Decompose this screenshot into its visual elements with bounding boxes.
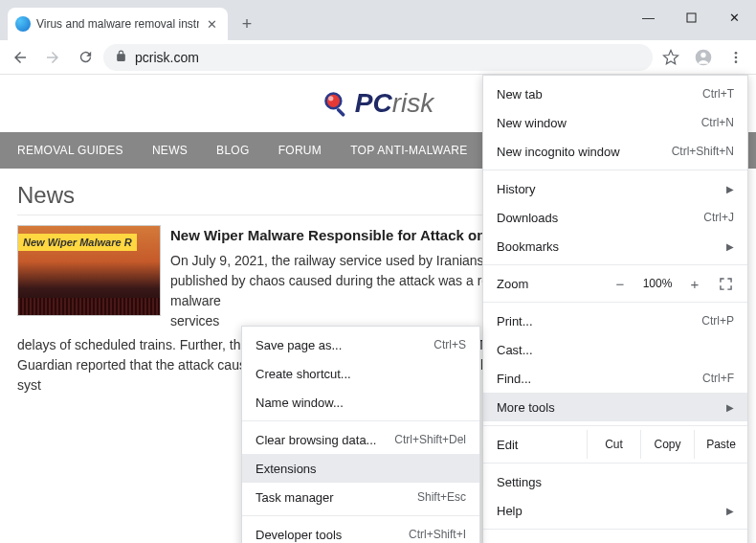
chevron-right-icon: ▶ <box>726 506 734 516</box>
address-bar[interactable]: pcrisk.com <box>103 44 653 71</box>
menu-more-tools[interactable]: More tools▶ <box>483 393 747 421</box>
titlebar: Virus and malware removal instru ✕ + — ✕ <box>0 0 756 40</box>
menu-zoom: Zoom − 100% + <box>483 269 747 298</box>
chevron-right-icon: ▶ <box>726 402 734 413</box>
submenu-save-page[interactable]: Save page as...Ctrl+S <box>242 330 479 359</box>
nav-blog[interactable]: BLOG <box>216 144 250 157</box>
window-controls: — ✕ <box>627 0 756 40</box>
chevron-right-icon: ▶ <box>726 184 734 194</box>
thumbnail-banner: New Wiper Malware R <box>18 234 137 251</box>
article-thumbnail[interactable]: New Wiper Malware R <box>17 225 161 316</box>
svg-rect-0 <box>687 13 696 22</box>
menu-button[interactable] <box>722 43 750 72</box>
thumbnail-grass <box>18 298 160 315</box>
edit-cut-button[interactable]: Cut <box>587 430 640 459</box>
site-logo[interactable]: PCrisk <box>322 88 434 119</box>
edit-copy-button[interactable]: Copy <box>640 430 694 459</box>
menu-bookmarks[interactable]: Bookmarks▶ <box>483 232 747 260</box>
svg-rect-7 <box>336 107 345 117</box>
menu-incognito[interactable]: New incognito windowCtrl+Shift+N <box>483 137 747 166</box>
menu-new-tab[interactable]: New tabCtrl+T <box>483 79 747 108</box>
menu-separator <box>483 463 747 464</box>
edit-paste-button[interactable]: Paste <box>694 430 747 459</box>
more-tools-submenu: Save page as...Ctrl+S Create shortcut...… <box>241 326 480 543</box>
nav-news[interactable]: NEWS <box>152 144 188 157</box>
svg-point-6 <box>325 94 341 109</box>
zoom-out-button[interactable]: − <box>608 272 633 295</box>
fullscreen-button[interactable] <box>713 272 738 295</box>
close-tab-icon[interactable]: ✕ <box>205 17 218 31</box>
menu-print[interactable]: Print...Ctrl+P <box>483 306 747 335</box>
favicon-icon <box>15 16 31 32</box>
submenu-create-shortcut[interactable]: Create shortcut... <box>242 359 479 388</box>
menu-help[interactable]: Help▶ <box>483 496 747 525</box>
menu-downloads[interactable]: DownloadsCtrl+J <box>483 203 747 232</box>
nav-forum[interactable]: FORUM <box>278 144 322 157</box>
zoom-level: 100% <box>638 272 677 295</box>
submenu-name-window[interactable]: Name window... <box>242 388 479 417</box>
submenu-clear-data[interactable]: Clear browsing data...Ctrl+Shift+Del <box>242 425 479 454</box>
menu-separator <box>483 170 747 170</box>
chrome-menu: New tabCtrl+T New windowCtrl+N New incog… <box>482 75 748 543</box>
menu-history[interactable]: History▶ <box>483 174 747 203</box>
tab-title: Virus and malware removal instru <box>36 17 199 31</box>
menu-cast[interactable]: Cast... <box>483 335 747 364</box>
menu-settings[interactable]: Settings <box>483 467 747 496</box>
close-window-button[interactable]: ✕ <box>713 4 756 31</box>
svg-point-5 <box>735 60 738 63</box>
svg-point-3 <box>735 52 738 55</box>
browser-tab[interactable]: Virus and malware removal instru ✕ <box>8 8 228 40</box>
magnifier-icon <box>322 90 349 117</box>
menu-separator <box>242 515 479 516</box>
menu-exit[interactable]: Exit <box>483 533 747 543</box>
svg-point-2 <box>700 52 705 57</box>
zoom-in-button[interactable]: + <box>682 272 707 295</box>
menu-separator <box>483 302 747 303</box>
url-text: pcrisk.com <box>135 50 199 65</box>
new-tab-button[interactable]: + <box>233 11 260 37</box>
menu-find[interactable]: Find...Ctrl+F <box>483 364 747 393</box>
star-button[interactable] <box>656 43 685 72</box>
nav-removal-guides[interactable]: REMOVAL GUIDES <box>17 144 123 157</box>
menu-separator <box>483 425 747 426</box>
nav-top-anti-malware[interactable]: TOP ANTI-MALWARE <box>350 144 467 157</box>
submenu-task-manager[interactable]: Task managerShift+Esc <box>242 483 479 511</box>
reload-button[interactable] <box>71 43 100 72</box>
toolbar: pcrisk.com <box>0 40 756 75</box>
lock-icon <box>115 50 127 65</box>
maximize-button[interactable] <box>670 4 713 31</box>
menu-separator <box>483 529 747 530</box>
submenu-extensions[interactable]: Extensions <box>242 454 479 483</box>
svg-point-4 <box>735 56 738 58</box>
menu-new-window[interactable]: New windowCtrl+N <box>483 108 747 137</box>
menu-separator <box>483 264 747 265</box>
minimize-button[interactable]: — <box>627 4 670 31</box>
forward-button[interactable] <box>38 43 67 72</box>
menu-edit-row: Edit Cut Copy Paste <box>483 430 747 459</box>
profile-button[interactable] <box>689 43 718 72</box>
submenu-dev-tools[interactable]: Developer toolsCtrl+Shift+I <box>242 520 479 543</box>
svg-point-8 <box>328 96 333 101</box>
back-button[interactable] <box>6 43 34 72</box>
chevron-right-icon: ▶ <box>726 241 734 252</box>
menu-separator <box>242 420 479 421</box>
